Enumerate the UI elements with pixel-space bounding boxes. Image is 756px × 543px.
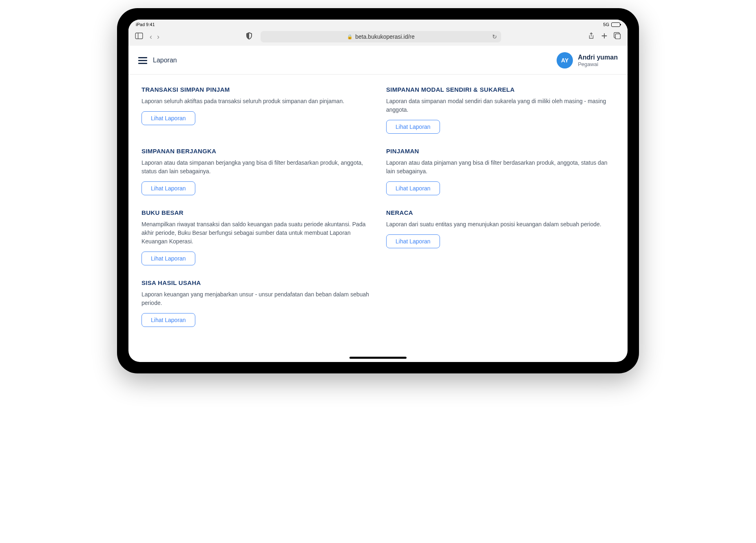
menu-icon[interactable] <box>138 57 147 64</box>
time-label: 9:41 <box>146 22 155 27</box>
lock-icon: 🔒 <box>347 34 353 40</box>
back-button[interactable]: ‹ <box>150 33 152 41</box>
status-time: iPad 9:41 <box>136 22 155 27</box>
header-left: Laporan <box>138 57 177 64</box>
view-report-button[interactable]: Lihat Laporan <box>141 181 195 195</box>
url-bar[interactable]: 🔒 beta.bukukoperasi.id/re ↻ <box>261 31 501 42</box>
view-report-button[interactable]: Lihat Laporan <box>141 313 195 327</box>
svg-rect-0 <box>135 33 143 39</box>
report-title: SISA HASIL USAHA <box>141 279 370 286</box>
svg-rect-4 <box>615 34 620 39</box>
browser-actions <box>588 32 621 41</box>
view-report-button[interactable]: Lihat Laporan <box>386 181 440 195</box>
sidebar-toggle-icon[interactable] <box>135 33 143 41</box>
battery-icon <box>611 22 620 27</box>
view-report-button[interactable]: Lihat Laporan <box>386 120 440 134</box>
forward-button[interactable]: › <box>157 33 159 41</box>
network-label: 5G <box>603 22 609 27</box>
report-title: SIMPANAN MODAL SENDIRI & SUKARELA <box>386 86 615 93</box>
ipad-screen: iPad 9:41 5G ‹ › <box>128 20 628 362</box>
report-title: PINJAMAN <box>386 148 615 155</box>
share-icon[interactable] <box>588 32 595 41</box>
app-header: Laporan AY Andri yuman Pegawai <box>128 46 628 75</box>
report-title: TRANSAKSI SIMPAN PINJAM <box>141 86 370 93</box>
report-desc: Laporan seluruh aktiftas pada transaksi … <box>141 97 370 106</box>
url-text: beta.bukukoperasi.id/re <box>355 33 415 40</box>
page-title: Laporan <box>153 57 177 64</box>
avatar: AY <box>557 52 573 68</box>
privacy-shield-icon[interactable] <box>246 32 252 41</box>
report-card-transaksi-simpan-pinjam: TRANSAKSI SIMPAN PINJAM Laporan seluruh … <box>141 86 370 134</box>
header-right[interactable]: AY Andri yuman Pegawai <box>557 52 618 68</box>
user-role: Pegawai <box>578 61 618 68</box>
view-report-button[interactable]: Lihat Laporan <box>386 234 440 248</box>
report-title: BUKU BESAR <box>141 209 370 216</box>
nav-arrows: ‹ › <box>150 33 159 41</box>
view-report-button[interactable]: Lihat Laporan <box>141 252 195 265</box>
report-card-buku-besar: BUKU BESAR Menampilkan riwayat transaksi… <box>141 209 370 265</box>
report-card-pinjaman: PINJAMAN Laporan atau data pinjaman yang… <box>386 148 615 195</box>
device-label: iPad <box>136 22 145 27</box>
view-report-button[interactable]: Lihat Laporan <box>141 111 195 125</box>
new-tab-icon[interactable] <box>601 32 608 41</box>
report-desc: Laporan atau data simpanan berjangka yan… <box>141 159 370 176</box>
report-desc: Menampilkan riwayat transaksi dan saldo … <box>141 220 370 246</box>
report-desc: Laporan keuangan yang menjabarkan unsur … <box>141 290 370 307</box>
report-desc: Laporan dari suatu entitas yang menunjuk… <box>386 220 615 229</box>
tabs-icon[interactable] <box>614 32 621 41</box>
report-card-simpanan-modal: SIMPANAN MODAL SENDIRI & SUKARELA Lapora… <box>386 86 615 134</box>
status-right: 5G <box>603 22 620 27</box>
report-card-simpanan-berjangka: SIMPANAN BERJANGKA Laporan atau data sim… <box>141 148 370 195</box>
browser-bar: ‹ › 🔒 beta.bukukoperasi.id/re ↻ <box>128 28 628 46</box>
ipad-frame: iPad 9:41 5G ‹ › <box>117 8 639 373</box>
report-title: SIMPANAN BERJANGKA <box>141 148 370 155</box>
user-info: Andri yuman Pegawai <box>578 53 618 68</box>
report-desc: Laporan atau data pinjaman yang bisa di … <box>386 159 615 176</box>
report-card-neraca: NERACA Laporan dari suatu entitas yang m… <box>386 209 615 265</box>
home-indicator[interactable] <box>349 357 407 359</box>
user-name: Andri yuman <box>578 53 618 61</box>
report-title: NERACA <box>386 209 615 216</box>
status-bar: iPad 9:41 5G <box>128 20 628 28</box>
report-card-sisa-hasil-usaha: SISA HASIL USAHA Laporan keuangan yang m… <box>141 279 370 327</box>
content-grid: TRANSAKSI SIMPAN PINJAM Laporan seluruh … <box>128 75 628 362</box>
report-desc: Laporan data simpanan modal sendiri dan … <box>386 97 615 114</box>
refresh-icon[interactable]: ↻ <box>492 33 497 40</box>
